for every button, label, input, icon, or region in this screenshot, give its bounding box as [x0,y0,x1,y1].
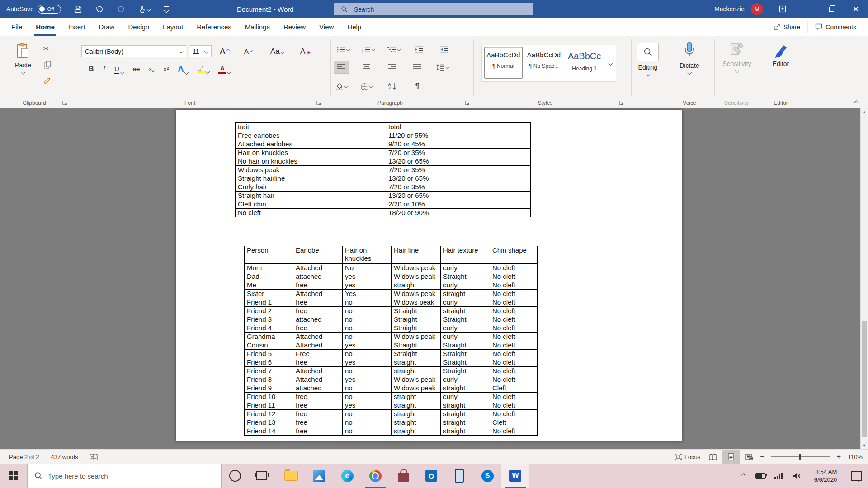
tab-home[interactable]: Home [29,18,61,36]
table-cell[interactable]: No cleft [490,264,538,272]
tab-insert[interactable]: Insert [61,18,92,36]
table-cell[interactable]: no [343,333,392,341]
table-cell[interactable]: Straight hairline [236,174,386,183]
avatar[interactable]: M [751,3,763,15]
print-layout-button[interactable] [722,450,740,464]
table-cell[interactable]: no [343,410,392,418]
tab-design[interactable]: Design [121,18,156,36]
table-cell[interactable]: Friend 3 [245,315,293,324]
table-cell[interactable]: Friend 5 [245,350,293,358]
table-cell[interactable]: 11/20 or 55% [386,131,531,140]
edge-button[interactable]: e [333,464,361,488]
align-left-button[interactable] [334,61,349,74]
borders-button[interactable] [359,80,374,93]
table-cell[interactable]: No [343,264,392,272]
table-cell[interactable]: no [343,418,392,427]
table-cell[interactable]: straight [392,418,441,427]
table-cell[interactable]: free [293,298,343,307]
table-cell[interactable]: No cleft [490,367,538,375]
sort-button[interactable]: AZ [384,80,400,93]
table-cell[interactable]: 18/20 or 90% [386,209,531,217]
superscript-button[interactable]: x² [164,66,169,73]
table-cell[interactable]: Straight [441,315,490,324]
scroll-up-arrow-icon[interactable]: ▲ [861,110,868,114]
task-view-button[interactable] [249,464,275,488]
table-cell[interactable]: curly [441,298,490,307]
table-cell[interactable]: Hair on knuckles [236,149,386,157]
table-cell[interactable]: Straight [392,315,441,324]
editing-button[interactable]: Editing [633,43,663,76]
person-trait-table[interactable]: PersonEarlobeHair on knucklesHair lineHa… [244,246,538,436]
table-cell[interactable]: Hair line [392,246,441,264]
table-cell[interactable]: curly [441,375,490,384]
autosave-toggle[interactable]: AutoSave Off [6,0,61,18]
table-cell[interactable]: curly [441,281,490,290]
table-cell[interactable]: Straight [441,350,490,358]
tab-view[interactable]: View [312,18,340,36]
font-size-combobox[interactable]: 11 [189,45,212,57]
table-cell[interactable]: No cleft [490,298,538,307]
outlook-button[interactable]: O [417,464,445,488]
table-cell[interactable]: Friend 10 [245,393,293,401]
table-cell[interactable]: Straight [441,341,490,350]
table-cell[interactable]: Grandma [245,333,293,341]
table-cell[interactable]: free [293,358,343,367]
table-cell[interactable]: trait [236,123,386,131]
table-cell[interactable]: Cousin [245,341,293,350]
table-cell[interactable]: 2/20 or 10% [386,200,531,209]
table-cell[interactable]: No cleft [490,307,538,315]
table-cell[interactable]: Friend 4 [245,324,293,333]
subscript-button[interactable]: x₂ [149,66,154,73]
table-cell[interactable]: free [293,410,343,418]
table-cell[interactable]: Yes [343,290,392,298]
table-cell[interactable]: Free [293,350,343,358]
table-cell[interactable]: curly [441,264,490,272]
decrease-indent-button[interactable] [411,43,427,56]
paste-button[interactable]: Paste [10,43,36,74]
search-box[interactable]: Search [334,3,533,15]
font-color-button[interactable]: A [218,65,231,74]
table-cell[interactable]: straight [441,307,490,315]
table-cell[interactable]: Cleft [490,418,538,427]
bullet-list-button[interactable] [335,43,351,56]
table-cell[interactable]: Attached [293,264,343,272]
table-cell[interactable]: Friend 8 [245,375,293,384]
tab-mailings[interactable]: Mailings [238,18,277,36]
paragraph-dialog-launcher[interactable] [465,100,470,105]
read-mode-button[interactable] [704,450,722,464]
table-cell[interactable]: Chin shape [490,246,538,264]
tab-file[interactable]: File [5,18,29,36]
table-cell[interactable]: Attached [293,367,343,375]
tab-help[interactable]: Help [340,18,368,36]
table-cell[interactable]: No cleft [490,290,538,298]
minimize-button[interactable] [795,0,819,18]
table-cell[interactable]: free [293,393,343,401]
copy-button[interactable] [44,61,51,69]
share-button[interactable]: Share [766,21,807,33]
sensitivity-button[interactable]: Sensitivity [720,43,754,72]
table-cell[interactable]: no [343,393,392,401]
trait-summary-table[interactable]: traittotalFree earlobes11/20 or 55%Attac… [235,122,531,217]
zoom-level[interactable]: 110% [843,454,865,460]
table-cell[interactable]: Friend 14 [245,427,293,436]
table-cell[interactable]: No cleft [490,427,538,436]
table-cell[interactable]: no [343,324,392,333]
table-cell[interactable]: Person [245,246,293,264]
table-cell[interactable]: no [343,307,392,315]
table-cell[interactable]: 7/20 or 35% [386,183,531,192]
align-right-button[interactable] [384,61,400,74]
table-cell[interactable]: no [343,315,392,324]
table-cell[interactable]: Attached [293,333,343,341]
table-cell[interactable]: No cleft [490,315,538,324]
table-cell[interactable]: curly [441,324,490,333]
table-cell[interactable]: yes [343,281,392,290]
page-indicator[interactable]: Page 2 of 2 [9,454,39,460]
store-button[interactable] [389,464,417,488]
table-cell[interactable]: straight [392,358,441,367]
table-cell[interactable]: yes [343,401,392,410]
table-cell[interactable]: Friend 2 [245,307,293,315]
table-cell[interactable]: total [386,123,531,131]
table-cell[interactable]: Straight hair [236,192,386,200]
table-cell[interactable]: straight [392,367,441,375]
clipboard-dialog-launcher[interactable] [62,100,67,105]
